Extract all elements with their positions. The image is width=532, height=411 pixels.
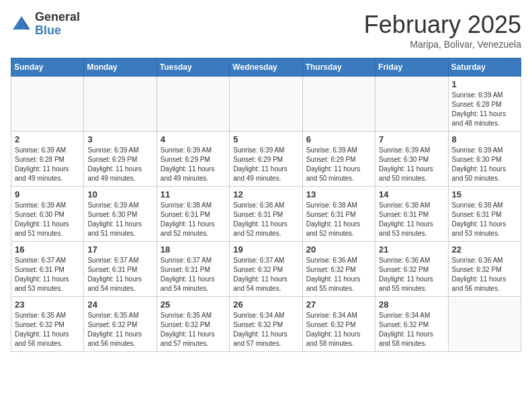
calendar-cell [157, 77, 229, 132]
day-info: Sunrise: 6:39 AM Sunset: 6:30 PM Dayligh… [15, 201, 80, 238]
day-number: 9 [15, 189, 80, 199]
logo-general: General [35, 10, 80, 24]
calendar-body: 1Sunrise: 6:39 AM Sunset: 6:28 PM Daylig… [11, 77, 521, 352]
day-info: Sunrise: 6:34 AM Sunset: 6:32 PM Dayligh… [233, 311, 298, 349]
week-row-2: 2Sunrise: 6:39 AM Sunset: 6:28 PM Daylig… [11, 132, 521, 187]
calendar-cell: 2Sunrise: 6:39 AM Sunset: 6:28 PM Daylig… [11, 132, 84, 187]
page-header: General Blue February 2025 Maripa, Boliv… [11, 11, 521, 50]
logo-icon [11, 13, 32, 35]
calendar-cell: 3Sunrise: 6:39 AM Sunset: 6:29 PM Daylig… [84, 132, 157, 187]
calendar-cell: 25Sunrise: 6:35 AM Sunset: 6:32 PM Dayli… [157, 297, 229, 352]
day-info: Sunrise: 6:36 AM Sunset: 6:32 PM Dayligh… [379, 256, 444, 293]
calendar-cell: 1Sunrise: 6:39 AM Sunset: 6:28 PM Daylig… [448, 77, 521, 132]
calendar-cell: 18Sunrise: 6:37 AM Sunset: 6:31 PM Dayli… [157, 242, 229, 297]
day-number: 2 [15, 134, 80, 144]
day-number: 21 [379, 244, 444, 255]
calendar-cell: 21Sunrise: 6:36 AM Sunset: 6:32 PM Dayli… [375, 242, 448, 297]
calendar-table: SundayMondayTuesdayWednesdayThursdayFrid… [11, 58, 521, 352]
header-day-thursday: Thursday [302, 58, 375, 77]
day-info: Sunrise: 6:34 AM Sunset: 6:32 PM Dayligh… [306, 311, 371, 349]
day-info: Sunrise: 6:35 AM Sunset: 6:32 PM Dayligh… [15, 311, 80, 349]
calendar-cell: 23Sunrise: 6:35 AM Sunset: 6:32 PM Dayli… [11, 297, 84, 352]
calendar-cell: 12Sunrise: 6:38 AM Sunset: 6:31 PM Dayli… [230, 187, 302, 242]
day-number: 26 [233, 300, 298, 310]
calendar-header: SundayMondayTuesdayWednesdayThursdayFrid… [11, 58, 521, 77]
day-number: 4 [161, 134, 226, 144]
header-day-tuesday: Tuesday [157, 58, 229, 77]
calendar-cell: 8Sunrise: 6:39 AM Sunset: 6:30 PM Daylig… [448, 132, 521, 187]
day-number: 8 [452, 134, 517, 144]
day-info: Sunrise: 6:38 AM Sunset: 6:31 PM Dayligh… [306, 201, 371, 238]
day-info: Sunrise: 6:38 AM Sunset: 6:31 PM Dayligh… [452, 201, 517, 238]
calendar-cell [302, 77, 375, 132]
day-info: Sunrise: 6:39 AM Sunset: 6:30 PM Dayligh… [452, 146, 517, 183]
location: Maripa, Bolivar, Venezuela [364, 39, 521, 50]
day-info: Sunrise: 6:34 AM Sunset: 6:32 PM Dayligh… [379, 311, 444, 349]
day-number: 3 [87, 134, 152, 144]
logo-text: General Blue [35, 11, 80, 38]
week-row-1: 1Sunrise: 6:39 AM Sunset: 6:28 PM Daylig… [11, 77, 521, 132]
day-info: Sunrise: 6:38 AM Sunset: 6:31 PM Dayligh… [379, 201, 444, 238]
day-number: 17 [87, 244, 152, 255]
day-number: 10 [87, 189, 152, 199]
calendar-cell: 28Sunrise: 6:34 AM Sunset: 6:32 PM Dayli… [375, 297, 448, 352]
week-row-3: 9Sunrise: 6:39 AM Sunset: 6:30 PM Daylig… [11, 187, 521, 242]
header-day-wednesday: Wednesday [230, 58, 302, 77]
calendar-cell: 9Sunrise: 6:39 AM Sunset: 6:30 PM Daylig… [11, 187, 84, 242]
calendar-cell: 11Sunrise: 6:38 AM Sunset: 6:31 PM Dayli… [157, 187, 229, 242]
calendar-cell: 7Sunrise: 6:39 AM Sunset: 6:30 PM Daylig… [375, 132, 448, 187]
day-number: 19 [233, 244, 298, 255]
calendar-cell [375, 77, 448, 132]
calendar-cell: 15Sunrise: 6:38 AM Sunset: 6:31 PM Dayli… [448, 187, 521, 242]
calendar-cell: 13Sunrise: 6:38 AM Sunset: 6:31 PM Dayli… [302, 187, 375, 242]
day-info: Sunrise: 6:35 AM Sunset: 6:32 PM Dayligh… [161, 311, 226, 349]
day-number: 14 [379, 189, 444, 199]
day-number: 23 [15, 300, 80, 310]
calendar-cell: 16Sunrise: 6:37 AM Sunset: 6:31 PM Dayli… [11, 242, 84, 297]
day-number: 12 [233, 189, 298, 199]
day-info: Sunrise: 6:39 AM Sunset: 6:29 PM Dayligh… [87, 146, 152, 183]
day-number: 13 [306, 189, 371, 199]
calendar-cell: 19Sunrise: 6:37 AM Sunset: 6:32 PM Dayli… [230, 242, 302, 297]
calendar-cell: 5Sunrise: 6:39 AM Sunset: 6:29 PM Daylig… [230, 132, 302, 187]
calendar-cell [11, 77, 84, 132]
day-number: 6 [306, 134, 371, 144]
day-number: 15 [452, 189, 517, 199]
day-number: 5 [233, 134, 298, 144]
day-number: 16 [15, 244, 80, 255]
calendar-cell: 22Sunrise: 6:36 AM Sunset: 6:32 PM Dayli… [448, 242, 521, 297]
day-info: Sunrise: 6:39 AM Sunset: 6:29 PM Dayligh… [306, 146, 371, 183]
day-info: Sunrise: 6:38 AM Sunset: 6:31 PM Dayligh… [161, 201, 226, 238]
day-info: Sunrise: 6:37 AM Sunset: 6:31 PM Dayligh… [15, 256, 80, 293]
calendar-cell: 17Sunrise: 6:37 AM Sunset: 6:31 PM Dayli… [84, 242, 157, 297]
day-info: Sunrise: 6:37 AM Sunset: 6:31 PM Dayligh… [161, 256, 226, 293]
week-row-4: 16Sunrise: 6:37 AM Sunset: 6:31 PM Dayli… [11, 242, 521, 297]
header-day-friday: Friday [375, 58, 448, 77]
month-title: February 2025 [364, 11, 521, 39]
logo: General Blue [11, 11, 80, 38]
day-number: 11 [161, 189, 226, 199]
day-number: 28 [379, 300, 444, 310]
day-info: Sunrise: 6:39 AM Sunset: 6:29 PM Dayligh… [233, 146, 298, 183]
day-info: Sunrise: 6:36 AM Sunset: 6:32 PM Dayligh… [306, 256, 371, 293]
week-row-5: 23Sunrise: 6:35 AM Sunset: 6:32 PM Dayli… [11, 297, 521, 352]
calendar-cell: 26Sunrise: 6:34 AM Sunset: 6:32 PM Dayli… [230, 297, 302, 352]
day-info: Sunrise: 6:37 AM Sunset: 6:32 PM Dayligh… [233, 256, 298, 293]
calendar-cell: 27Sunrise: 6:34 AM Sunset: 6:32 PM Dayli… [302, 297, 375, 352]
day-info: Sunrise: 6:36 AM Sunset: 6:32 PM Dayligh… [452, 256, 517, 293]
calendar-cell: 24Sunrise: 6:35 AM Sunset: 6:32 PM Dayli… [84, 297, 157, 352]
day-info: Sunrise: 6:39 AM Sunset: 6:28 PM Dayligh… [15, 146, 80, 183]
calendar-cell: 10Sunrise: 6:39 AM Sunset: 6:30 PM Dayli… [84, 187, 157, 242]
day-info: Sunrise: 6:38 AM Sunset: 6:31 PM Dayligh… [233, 201, 298, 238]
day-number: 20 [306, 244, 371, 255]
calendar-cell [84, 77, 157, 132]
day-number: 7 [379, 134, 444, 144]
day-number: 27 [306, 300, 371, 310]
calendar-cell: 14Sunrise: 6:38 AM Sunset: 6:31 PM Dayli… [375, 187, 448, 242]
calendar-cell [230, 77, 302, 132]
day-info: Sunrise: 6:37 AM Sunset: 6:31 PM Dayligh… [87, 256, 152, 293]
day-number: 24 [87, 300, 152, 310]
header-row: SundayMondayTuesdayWednesdayThursdayFrid… [11, 58, 521, 77]
day-number: 1 [452, 79, 517, 89]
calendar-cell: 20Sunrise: 6:36 AM Sunset: 6:32 PM Dayli… [302, 242, 375, 297]
